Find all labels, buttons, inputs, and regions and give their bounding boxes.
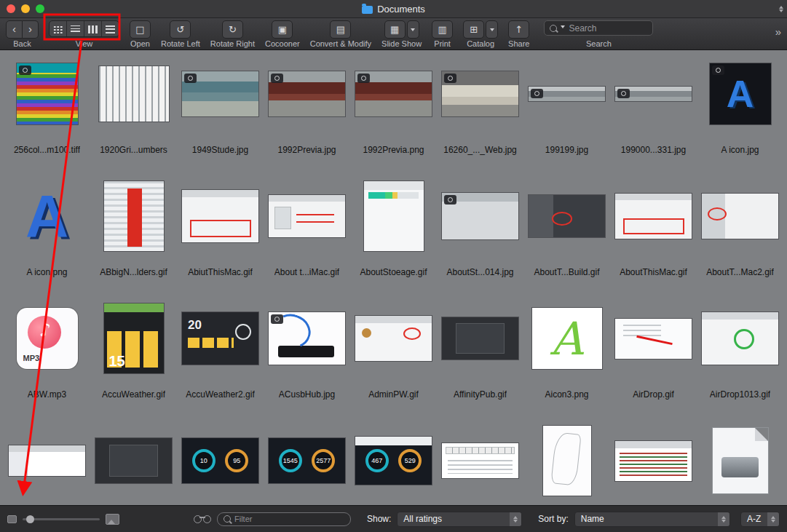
- file-thumbnail[interactable]: [442, 193, 518, 239]
- file-thumbnail[interactable]: 15452577: [269, 438, 345, 483]
- minimize-window-button[interactable]: [21, 4, 30, 13]
- file-thumbnail[interactable]: [364, 181, 424, 251]
- print-button[interactable]: ▥: [432, 20, 453, 39]
- toolbar-overflow-button[interactable]: »: [775, 25, 781, 38]
- file-item[interactable]: ABbigN...lders.gif: [90, 171, 177, 293]
- file-item[interactable]: 1992Previa.jpg: [264, 49, 350, 171]
- catalog-button[interactable]: ⊞: [463, 20, 484, 39]
- rotate-right-button[interactable]: ↻: [222, 20, 243, 39]
- file-item[interactable]: AbiutThisMac.gif: [177, 171, 264, 293]
- file-thumbnail[interactable]: 15: [104, 303, 164, 373]
- share-button[interactable]: ↑: [508, 20, 529, 39]
- file-thumbnail[interactable]: [615, 194, 692, 239]
- file-item[interactable]: ACusbHub.jpg: [264, 293, 350, 416]
- back-button[interactable]: ‹: [6, 20, 23, 39]
- file-thumbnail[interactable]: [529, 87, 605, 101]
- file-thumbnail[interactable]: [529, 195, 605, 237]
- zoom-window-button[interactable]: [36, 4, 44, 13]
- file-item[interactable]: 1992Previa.png: [350, 49, 437, 171]
- file-thumbnail[interactable]: [182, 71, 258, 116]
- view-segment-details[interactable]: [102, 21, 119, 37]
- file-thumbnail[interactable]: [355, 71, 432, 116]
- file-item[interactable]: MP3ABW.mp3: [4, 293, 90, 416]
- file-item[interactable]: 15452577: [264, 416, 350, 506]
- slide-show-button[interactable]: ▦: [384, 20, 406, 39]
- file-thumbnail[interactable]: [615, 319, 692, 359]
- open-button[interactable]: □: [130, 20, 151, 39]
- file-thumbnail[interactable]: [442, 71, 518, 116]
- file-thumbnail[interactable]: A: [14, 183, 81, 250]
- file-item[interactable]: AA icon.jpg: [697, 49, 783, 171]
- file-item[interactable]: AffinityPub.gif: [437, 293, 523, 416]
- file-thumbnail[interactable]: [269, 312, 345, 365]
- close-window-button[interactable]: [7, 4, 15, 13]
- file-thumbnail[interactable]: [615, 441, 692, 481]
- file-thumbnail[interactable]: [442, 317, 518, 360]
- file-thumbnail[interactable]: [713, 428, 768, 493]
- file-thumbnail[interactable]: [95, 438, 172, 483]
- file-item[interactable]: [523, 416, 610, 506]
- file-item[interactable]: [610, 416, 697, 506]
- filter-input[interactable]: Filter: [217, 512, 351, 526]
- file-item[interactable]: [4, 416, 90, 506]
- catalog-menu-button[interactable]: [486, 20, 498, 39]
- file-item[interactable]: 15AccuWeather.gif: [90, 293, 177, 416]
- file-thumbnail[interactable]: 1095: [182, 438, 258, 483]
- file-item[interactable]: AboutT...Mac2.gif: [697, 171, 783, 293]
- scroll-arrows-widget[interactable]: [779, 4, 783, 15]
- rotate-left-button[interactable]: ↺: [170, 20, 191, 39]
- file-item[interactable]: 467529: [350, 416, 437, 506]
- file-thumbnail[interactable]: [615, 87, 692, 101]
- search-input[interactable]: Search: [544, 20, 653, 36]
- file-item[interactable]: AA icon.png: [4, 171, 90, 293]
- file-item[interactable]: [90, 416, 177, 506]
- file-thumbnail[interactable]: MP3: [17, 308, 78, 369]
- file-thumbnail[interactable]: [104, 181, 164, 251]
- file-item[interactable]: 16260_..._Web.jpg: [437, 49, 523, 171]
- file-item[interactable]: 20AccuWeather2.gif: [177, 293, 264, 416]
- file-thumbnail[interactable]: [17, 63, 78, 124]
- file-item[interactable]: 1920Gri...umbers: [90, 49, 177, 171]
- file-item[interactable]: AAicon3.png: [523, 293, 610, 416]
- file-item[interactable]: AirDrop1013.gif: [697, 293, 783, 416]
- file-thumbnail[interactable]: [702, 312, 778, 365]
- thumbnail-size-slider[interactable]: [23, 518, 100, 520]
- file-item[interactable]: AdminPW.gif: [350, 293, 437, 416]
- file-item[interactable]: 199000...331.jpg: [610, 49, 697, 171]
- file-thumbnail[interactable]: A: [532, 308, 602, 369]
- file-item[interactable]: About t...iMac.gif: [264, 171, 350, 293]
- slider-knob[interactable]: [26, 515, 34, 523]
- file-item[interactable]: [697, 416, 783, 506]
- file-item[interactable]: 1095: [177, 416, 264, 506]
- sort-order-dropdown[interactable]: A-Z: [740, 512, 780, 527]
- preview-glasses-icon[interactable]: [194, 515, 211, 523]
- view-segment-columns[interactable]: [84, 21, 102, 37]
- file-thumbnail[interactable]: 20: [182, 312, 258, 365]
- file-item[interactable]: 256col...m100.tiff: [4, 49, 90, 171]
- file-thumbnail[interactable]: [182, 190, 258, 242]
- file-thumbnail[interactable]: [99, 66, 169, 122]
- file-item[interactable]: 199199.jpg: [523, 49, 610, 171]
- file-thumbnail[interactable]: [269, 71, 345, 116]
- file-item[interactable]: AboutStoeage.gif: [350, 171, 437, 293]
- file-item[interactable]: 1949Stude.jpg: [177, 49, 264, 171]
- file-thumbnail[interactable]: [9, 445, 85, 476]
- forward-button[interactable]: ›: [23, 20, 39, 39]
- file-thumbnail[interactable]: 467529: [355, 437, 432, 485]
- view-segment-thumbnails[interactable]: [50, 21, 67, 37]
- file-item[interactable]: [437, 416, 523, 506]
- slide-show-menu-button[interactable]: [407, 20, 419, 39]
- file-thumbnail[interactable]: [355, 316, 432, 361]
- file-thumbnail[interactable]: [269, 195, 345, 237]
- file-thumbnail[interactable]: A: [710, 63, 771, 124]
- file-item[interactable]: AirDrop.gif: [610, 293, 697, 416]
- file-item[interactable]: AboutT...Build.gif: [523, 171, 610, 293]
- file-thumbnail[interactable]: [442, 443, 518, 478]
- file-thumbnail[interactable]: [543, 426, 591, 496]
- view-segment-list[interactable]: [67, 21, 84, 37]
- cocooner-button[interactable]: ▣: [272, 20, 293, 39]
- file-item[interactable]: AboutThisMac.gif: [610, 171, 697, 293]
- convert-modify-button[interactable]: ▤: [330, 20, 351, 39]
- sort-by-dropdown[interactable]: Name: [574, 512, 730, 527]
- show-ratings-dropdown[interactable]: All ratings: [397, 512, 522, 527]
